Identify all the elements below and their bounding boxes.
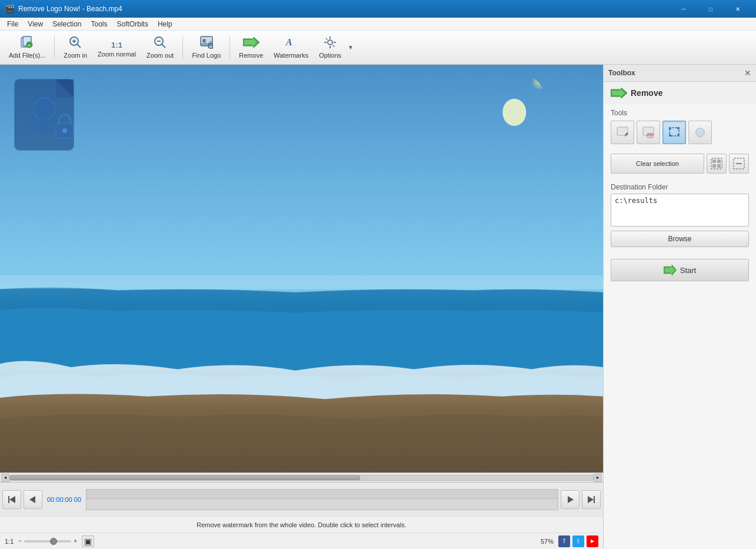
svg-rect-56 xyxy=(677,134,680,137)
svg-point-18 xyxy=(328,40,332,45)
toolbox-title: Toolbox xyxy=(608,69,635,77)
zoom-control[interactable]: − + xyxy=(18,538,77,544)
status-right: 57% f t ▶ xyxy=(541,535,598,547)
app-icon: 🎬 xyxy=(5,4,15,14)
close-button[interactable]: ✕ xyxy=(724,0,751,18)
menu-file[interactable]: File xyxy=(2,19,23,29)
menu-view[interactable]: View xyxy=(23,19,48,29)
zoom-in-button[interactable]: Zoom in xyxy=(59,34,91,62)
start-arrow-icon xyxy=(664,265,677,275)
zoom-normal-label: Zoom normal xyxy=(98,51,136,58)
add-files-label: Add File(s)... xyxy=(9,52,45,59)
h-scroll-thumb[interactable] xyxy=(10,475,360,480)
timeline-prev-button[interactable] xyxy=(24,490,42,509)
h-scroll-track[interactable] xyxy=(9,475,594,481)
zoom-minus-icon[interactable]: − xyxy=(18,538,22,544)
watermarks-icon: A xyxy=(285,36,298,51)
zoom-out-icon xyxy=(154,36,166,51)
svg-rect-55 xyxy=(669,134,671,137)
add-files-button[interactable]: + Add File(s)... xyxy=(5,34,49,62)
menu-tools[interactable]: Tools xyxy=(86,19,112,29)
clear-selection-button[interactable]: Clear selection xyxy=(611,154,704,174)
rect-select-tool-button[interactable] xyxy=(662,121,686,144)
toolbox-close-button[interactable]: ✕ xyxy=(744,68,751,78)
menu-selection[interactable]: Selection xyxy=(48,19,86,29)
toolbar-more-icon[interactable]: ▼ xyxy=(348,44,354,51)
select-all-button[interactable] xyxy=(707,154,727,174)
eraser-tool-button[interactable] xyxy=(637,121,660,144)
svg-marker-39 xyxy=(594,496,595,503)
tools-section-label: Tools xyxy=(611,109,749,117)
remove-section-label: Remove xyxy=(631,88,662,98)
h-scrollbar: ◂ ▸ xyxy=(0,473,603,482)
svg-text:A: A xyxy=(285,37,292,47)
svg-point-27 xyxy=(502,99,526,126)
svg-marker-34 xyxy=(8,496,9,503)
statusbar: 1:1 − + ▣ 57% f t ▶ xyxy=(0,533,603,549)
options-label: Options xyxy=(319,52,341,59)
find-logo-button[interactable]: Find Logo xyxy=(188,34,225,62)
remove-label: Remove xyxy=(239,52,263,59)
start-button[interactable]: Start xyxy=(611,259,749,281)
canvas-message-bar: Remove watermark from the whole video. D… xyxy=(0,516,603,533)
destination-folder-label: Destination Folder xyxy=(611,183,749,191)
titlebar: 🎬 Remove Logo Now! - Beach.mp4 ─ □ ✕ xyxy=(0,0,756,18)
svg-line-7 xyxy=(77,44,81,48)
timeline-last-button[interactable] xyxy=(582,490,601,509)
svg-rect-54 xyxy=(677,127,680,129)
toolbox-tools-section: Tools xyxy=(604,104,756,149)
pencil-tool-button[interactable] xyxy=(611,121,634,144)
canvas-area: ◂ ▸ 00:00:00 00 xyxy=(0,65,603,549)
svg-line-23 xyxy=(326,38,328,40)
find-logo-label: Find Logo xyxy=(192,52,221,59)
youtube-icon[interactable]: ▶ xyxy=(587,535,598,547)
svg-marker-35 xyxy=(9,496,15,503)
zoom-plus-icon[interactable]: + xyxy=(74,538,77,544)
destination-folder-input[interactable]: c:\results xyxy=(611,194,749,227)
svg-point-30 xyxy=(34,98,55,119)
zoom-slider[interactable] xyxy=(24,540,71,543)
preview-icon[interactable]: ▣ xyxy=(82,535,94,547)
svg-rect-59 xyxy=(712,159,716,163)
menu-softorbits[interactable]: SoftOrbits xyxy=(112,19,153,29)
remove-button[interactable]: Remove xyxy=(235,34,267,62)
zoom-normal-button[interactable]: 1:1 Zoom normal xyxy=(94,34,140,62)
svg-point-33 xyxy=(62,128,67,133)
minimize-button[interactable]: ─ xyxy=(670,0,697,18)
timeline-time-display: 00:00:00 00 xyxy=(45,495,84,504)
remove-icon xyxy=(243,36,259,51)
scroll-right-button[interactable]: ▸ xyxy=(594,474,602,482)
twitter-icon[interactable]: t xyxy=(572,535,584,547)
zoom-normal-icon: 1:1 xyxy=(111,38,122,49)
timeline-track[interactable] xyxy=(86,489,558,510)
video-canvas[interactable] xyxy=(0,65,603,473)
zoom-out-button[interactable]: Zoom out xyxy=(142,34,178,62)
scroll-left-button[interactable]: ◂ xyxy=(1,474,9,482)
svg-marker-36 xyxy=(29,496,35,503)
svg-text:+: + xyxy=(28,43,31,48)
browse-button[interactable]: Browse xyxy=(611,231,749,247)
selection-row: Clear selection xyxy=(604,149,756,178)
svg-rect-60 xyxy=(717,159,721,163)
svg-rect-53 xyxy=(669,127,671,129)
toolbar: + Add File(s)... Zoom in 1:1 Zoom normal xyxy=(0,31,756,65)
facebook-icon[interactable]: f xyxy=(558,535,570,547)
svg-point-31 xyxy=(31,117,57,133)
watermarks-button[interactable]: A Watermarks xyxy=(269,34,312,62)
timeline: 00:00:00 00 xyxy=(0,482,603,516)
main-layout: ◂ ▸ 00:00:00 00 xyxy=(0,65,756,549)
destination-folder-section: Destination Folder c:\results Browse xyxy=(604,178,756,252)
find-logo-icon xyxy=(200,36,213,51)
timeline-next-button[interactable] xyxy=(561,490,580,509)
window-controls: ─ □ ✕ xyxy=(670,0,751,18)
timeline-first-button[interactable] xyxy=(2,490,21,509)
menu-help[interactable]: Help xyxy=(153,19,177,29)
svg-rect-61 xyxy=(712,164,716,168)
zoom-thumb[interactable] xyxy=(50,538,57,545)
window-title: Remove Logo Now! - Beach.mp4 xyxy=(18,5,670,13)
tools-row xyxy=(611,121,749,144)
magic-wand-tool-button[interactable] xyxy=(688,121,712,144)
deselect-button[interactable] xyxy=(729,154,749,174)
options-button[interactable]: Options xyxy=(315,34,345,62)
maximize-button[interactable]: □ xyxy=(697,0,724,18)
